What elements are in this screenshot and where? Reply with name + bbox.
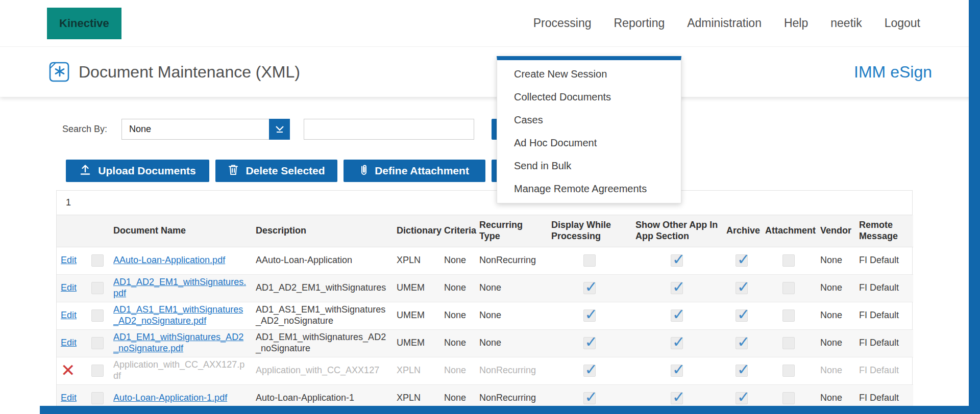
upload-documents-button[interactable]: Upload Documents (66, 160, 209, 182)
nav-item-reporting[interactable]: Reporting (614, 16, 665, 30)
table-row: Edit ✕ AD1_AD2_EM1_withSignatures.pdf AD… (57, 274, 913, 302)
display-while-processing-checkbox[interactable] (583, 365, 596, 377)
attachment-checkbox[interactable] (782, 365, 795, 377)
attachment-checkbox[interactable] (782, 254, 795, 267)
nav-item-administration[interactable]: Administration (687, 16, 762, 30)
show-other-app-checkbox[interactable] (671, 365, 683, 377)
archive-checkbox[interactable] (736, 254, 748, 267)
define-attachment-label: Define Attachment (375, 165, 469, 177)
document-name-link[interactable]: AD1_AS1_EM1_withSignatures_AD2_noSignatu… (113, 304, 243, 326)
document-name-link[interactable]: AD1_EM1_withSignatures_AD2_noSignature.p… (113, 332, 243, 353)
menu-item-cases[interactable]: Cases (497, 109, 681, 132)
archive-checkbox[interactable] (736, 392, 748, 404)
delete-selected-label: Delete Selected (246, 165, 325, 177)
search-input[interactable] (304, 119, 474, 140)
menu-item-manage-remote-agreements[interactable]: Manage Remote Agreements (497, 177, 681, 200)
dictionary-cell: UMEM (393, 302, 440, 329)
header-document-name: Document Name (109, 215, 252, 247)
row-checkbox[interactable] (91, 309, 104, 322)
vertical-scrollbar[interactable] (969, 0, 980, 414)
document-name-link[interactable]: AAuto-Loan-Application.pdf (113, 255, 225, 265)
nav-item-processing[interactable]: Processing (533, 16, 592, 30)
row-checkbox[interactable] (91, 337, 104, 349)
archive-checkbox[interactable] (736, 282, 748, 294)
criteria-cell: None (440, 329, 475, 357)
display-while-processing-checkbox[interactable] (583, 282, 596, 294)
header-criteria: Criteria (440, 215, 475, 247)
header-attachment: Attachment (761, 215, 816, 247)
description-cell: AAuto-Loan-Application (252, 247, 393, 274)
nav-item-help[interactable]: Help (784, 16, 808, 30)
edit-link[interactable]: Edit (61, 393, 77, 403)
show-other-app-checkbox[interactable] (671, 282, 683, 294)
pagination-bar: 1 (57, 191, 912, 215)
display-while-processing-checkbox[interactable] (583, 392, 596, 404)
description-cell: AD1_AS1_EM1_withSignatures _AD2_noSignat… (252, 302, 393, 329)
attachment-checkbox[interactable] (782, 337, 795, 349)
display-while-processing-checkbox[interactable] (583, 254, 596, 267)
menu-item-collected-documents[interactable]: Collected Documents (497, 86, 681, 109)
show-other-app-checkbox[interactable] (671, 392, 683, 404)
nav-item-user-neetik[interactable]: neetik (830, 16, 862, 30)
menu-item-ad-hoc-document[interactable]: Ad Hoc Document (497, 132, 681, 154)
recurring-type-cell: None (475, 274, 547, 302)
criteria-cell: None (440, 247, 475, 274)
attachment-checkbox[interactable] (782, 309, 795, 322)
row-checkbox[interactable] (91, 365, 104, 377)
menu-item-create-new-session[interactable]: Create New Session (497, 63, 681, 86)
row-checkbox[interactable] (91, 254, 104, 267)
search-by-select[interactable]: None (121, 119, 290, 140)
header-remote-message: Remote Message (855, 215, 913, 247)
upload-documents-label: Upload Documents (98, 165, 195, 177)
search-by-label: Search By: (62, 124, 107, 135)
dictionary-cell: XPLN (393, 357, 440, 384)
display-while-processing-checkbox[interactable] (583, 309, 596, 322)
attachment-checkbox[interactable] (782, 392, 795, 404)
remote-message-cell: FI Default (855, 357, 913, 384)
attachment-checkbox[interactable] (782, 282, 795, 294)
table-header-row: Document Name Description Dictionary Cri… (57, 215, 913, 247)
recurring-type-cell: NonRecurring (475, 357, 547, 384)
archive-checkbox[interactable] (736, 309, 748, 322)
show-other-app-checkbox[interactable] (671, 309, 683, 322)
header-archive: Archive (722, 215, 761, 247)
table-row: ✕ Application_with_CC_AXX127.pdf Applica… (57, 357, 913, 384)
description-cell: Application_with_CC_AXX127 (252, 357, 393, 384)
edit-link[interactable]: Edit (61, 282, 77, 293)
document-name-link[interactable]: Application_with_CC_AXX127.pdf (113, 359, 244, 381)
edit-link[interactable]: Edit (61, 338, 77, 348)
table-row: Edit ✕ AD1_EM1_withSignatures_AD2_noSign… (57, 329, 913, 357)
menu-item-send-in-bulk[interactable]: Send in Bulk (497, 154, 681, 177)
header-checkbox-spacer (85, 215, 109, 247)
row-checkbox[interactable] (91, 392, 104, 404)
kinective-logo[interactable]: Kinective (47, 8, 121, 39)
remote-message-cell: FI Default (855, 302, 913, 329)
chevron-down-icon[interactable] (269, 119, 290, 140)
document-name-link[interactable]: Auto-Loan-Application-1.pdf (113, 393, 227, 403)
horizontal-scrollbar[interactable] (40, 406, 969, 414)
show-other-app-checkbox[interactable] (671, 337, 683, 349)
page-number[interactable]: 1 (62, 195, 75, 210)
show-other-app-checkbox[interactable] (671, 254, 683, 267)
documents-table-container: 1 Document Name Description Dictionary C… (56, 190, 913, 413)
display-while-processing-checkbox[interactable] (583, 337, 596, 349)
recurring-type-cell: NonRecurring (475, 247, 547, 274)
vendor-cell: None (816, 357, 855, 384)
upload-icon (79, 164, 91, 178)
processing-dropdown-menu: Create New Session Collected Documents C… (497, 56, 681, 203)
archive-checkbox[interactable] (736, 337, 748, 349)
edit-link[interactable]: Edit (61, 310, 77, 320)
description-cell: AD1_AD2_EM1_withSignatures (252, 274, 393, 302)
vendor-cell: None (816, 274, 855, 302)
description-cell: AD1_EM1_withSignatures_AD2 _noSignature (252, 329, 393, 357)
nav-item-logout[interactable]: Logout (885, 16, 920, 30)
trash-icon (228, 164, 239, 178)
document-name-link[interactable]: AD1_AD2_EM1_withSignatures.pdf (113, 277, 246, 298)
archive-checkbox[interactable] (736, 365, 748, 377)
row-checkbox[interactable] (91, 282, 104, 294)
delete-selected-button[interactable]: Delete Selected (215, 160, 337, 182)
delete-x-icon: ✕ (61, 360, 76, 380)
imm-esign-brand: IMM eSign (854, 63, 932, 82)
define-attachment-button[interactable]: Define Attachment (344, 160, 485, 182)
edit-link[interactable]: Edit (61, 255, 77, 265)
